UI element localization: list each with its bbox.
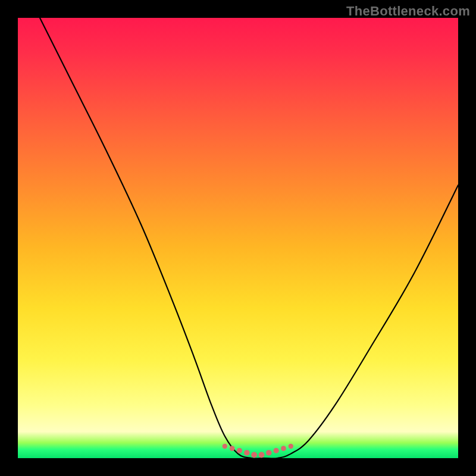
highlight-dot (259, 452, 265, 458)
bottleneck-curve-line (40, 18, 458, 458)
highlight-dot (223, 444, 227, 449)
highlight-dot (281, 446, 286, 451)
highlight-dot (244, 450, 249, 455)
highlight-dot (230, 446, 235, 451)
watermark-text: TheBottleneck.com (346, 4, 470, 19)
highlight-dot (266, 450, 271, 455)
highlight-dot (289, 444, 293, 449)
chart-frame: TheBottleneck.com (0, 0, 476, 476)
highlight-dot (237, 448, 242, 453)
highlight-dot (251, 452, 257, 458)
minimum-highlight-dots (223, 444, 293, 458)
bottleneck-curve-svg (18, 18, 458, 458)
highlight-dot (274, 448, 279, 453)
